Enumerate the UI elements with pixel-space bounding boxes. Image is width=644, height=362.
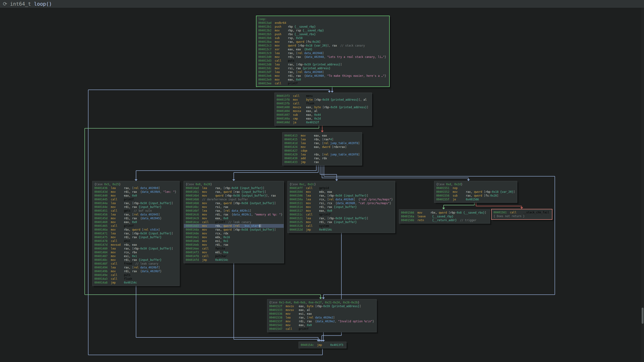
asm-row[interactable]: 0040148f call fread // leak canary (92, 262, 179, 266)
asm-row[interactable]: 00401528 call system (288, 224, 395, 228)
asm-row[interactable]: 00401484 mov rcx, rbx (92, 250, 179, 254)
asm-row[interactable]: 0040144e mov rdi, rax {input_buffer} (92, 205, 179, 209)
asm-row[interactable]: 004013f3 call menu (275, 94, 372, 98)
asm-row[interactable]: 004013b5 push rbx {__saved_rbx} (256, 32, 389, 36)
asm-row[interactable]: 00401533 movsx eax, al (267, 308, 376, 312)
asm-row[interactable]: 00401413 mov eax, eax (282, 134, 362, 138)
asm-row[interactable]: 00401521 lea rax, [rbp-0x50 {input_buffe… (288, 216, 395, 220)
basic-block-00401551[interactable]: {Case 0xd, 0x2d}00401551 nop00401552 mov… (434, 181, 517, 203)
asm-row[interactable]: 004014eb mov rdi, rax (184, 243, 284, 247)
asm-row[interactable]: 004014e1 mov edx, 0x16 (184, 235, 284, 239)
asm-row[interactable]: 004014bf lea rax, [rel data_4020c1] (184, 209, 284, 213)
asm-row[interactable]: 004013d8 lea rax, [rbp-0x59 {printed_add… (256, 63, 389, 66)
asm-row[interactable]: 00401440 mov eax, 0x0 (92, 194, 179, 197)
basic-block-004014ad[interactable]: {Case 0x0, 0x20}004014ad lea rax, [rbp-0… (184, 181, 284, 263)
asm-row[interactable]: 0040144a lea rax, [rbp-0x50 {input_buffe… (92, 201, 179, 205)
basic-block-004013f3[interactable]: 004013f3 call menu004013f8 mov byte [rbp… (274, 93, 372, 126)
asm-row[interactable]: 00401538 lea rax, [rel data_4020e2] (267, 316, 376, 320)
asm-row[interactable]: 0040145d mov rdi, rax {data_402045} (92, 216, 179, 220)
basic-block-00401436[interactable]: {Case 0x5, 0x25}00401436 lea rax, [rel d… (92, 181, 180, 286)
asm-row[interactable]: 004013e9 mov eax, 0x0 (256, 78, 389, 82)
vertical-scrollbar[interactable] (641, 8, 644, 362)
asm-row[interactable]: 004013ad endbr64 (256, 21, 389, 25)
asm-row[interactable]: 00401451 call gets // bof vuln (92, 209, 179, 213)
asm-row[interactable]: 004013b1 push rbp {__saved_rbp} (256, 25, 389, 29)
asm-row[interactable]: 0040156b retn {__return_addr} // trigger (399, 218, 490, 222)
asm-row[interactable]: 00401494 lea rax, [rel data_4020bf] (92, 266, 179, 269)
asm-row[interactable]: 00401556 sub rax, qword [fs:0x28] (434, 194, 517, 197)
graph-canvas[interactable]: loop:004013ad endbr64004013b1 push rbp {… (0, 0, 644, 362)
asm-row[interactable]: 004013df lea rax, [rel data_402080] (256, 70, 389, 74)
asm-row[interactable]: 004014a3 call flush (92, 277, 179, 281)
asm-row[interactable]: 00401445 call printf (92, 197, 179, 201)
asm-row[interactable]: 0040155f je 0x401566 (434, 197, 517, 201)
asm-row[interactable]: 00401480 lea rax, [rbp-0x50 {input_buffe… (92, 247, 179, 250)
asm-row[interactable]: 00401456 lea rax, [rel data_402045] (92, 213, 179, 216)
basic-block-00401561[interactable]: 00401561 call __stack_chk_fail{ Does not… (491, 209, 552, 220)
asm-row[interactable]: 00401429 lea rdx, [rel jump_table_4020f8… (282, 153, 362, 157)
asm-row[interactable]: 004013b2 mov rbp, rsp {__saved_rbp} (256, 29, 389, 32)
asm-row[interactable]: 004014b8 mov rax, qword [rbp-0x58 {outpu… (184, 201, 284, 205)
asm-row[interactable]: 00401478 call atoi (92, 239, 179, 243)
asm-row[interactable]: 004014bc mov rsi, rax (184, 205, 284, 209)
asm-row[interactable]: 0040156a leave {__saved_rbp} (399, 214, 490, 218)
asm-row[interactable]: {Case 0xc, 0x2c} (288, 182, 395, 186)
basic-block-00401566[interactable]: 00401566 mov rbx, qword [rbp-0x8 {__save… (399, 209, 490, 223)
asm-row[interactable]: 0040150a lea rcx, [rel data_4020d0] {"ca… (288, 197, 395, 201)
asm-row[interactable]: 004013b6 sub rsp, 0x58 (256, 36, 389, 40)
asm-row[interactable]: 0040149e call puts (92, 273, 179, 277)
asm-row[interactable]: 004013d3 call puts (256, 59, 389, 63)
asm-row[interactable]: 004013e6 mov rdi, rax {data_402080, "To … (256, 74, 389, 78)
asm-row[interactable]: 00401517 mov eax, 0x0 (288, 209, 395, 213)
asm-row[interactable]: 004013c9 lea rax, [rel data_402048] (256, 51, 389, 55)
asm-row[interactable]: 004014b8 // dereferrence input buffer (184, 197, 284, 201)
asm-row[interactable]: 004014de mov rcx, rdx (184, 232, 284, 235)
asm-row[interactable]: 0040143d mov rdi, rax {data_4020b9, "len… (92, 190, 179, 194)
asm-row[interactable]: 00401407 sub eax, 0x44 (275, 113, 372, 117)
asm-row[interactable]: 0040152f movzx eax, byte [rbp-0x59 {prin… (267, 304, 376, 308)
asm-row[interactable]: 00401471 lea rax, [rbp-0x50 {input_buffe… (92, 232, 179, 235)
asm-row[interactable]: 0040152d jmp 0x40154c (288, 228, 395, 232)
asm-row[interactable]: 004014ee call fwrite (184, 247, 284, 250)
asm-row[interactable]: 004013c7 xor eax, eax {0x0} (256, 47, 389, 51)
asm-row[interactable]: 00401536 mov esi, eax (267, 312, 376, 316)
basic-block-004014ff[interactable]: {Case 0xc, 0x2c}004014ff call getpid0040… (288, 181, 395, 233)
basic-block-00401413[interactable]: 00401413 mov eax, eax00401415 lea rdx, [… (282, 132, 362, 166)
asm-row[interactable]: 004014ff call getpid (288, 186, 395, 190)
asm-row[interactable]: 0040151c call sprintf (288, 213, 395, 216)
basic-block-0040152f[interactable]: {Case 0x1-0x4, 0x6-0xb, 0xe-0x1f, 0x21-0… (267, 299, 377, 332)
asm-row[interactable]: 00401566 mov rbx, qword [rbp-0x8 {__save… (399, 211, 490, 214)
asm-row-selected[interactable]: 004014d3 mov rdx, qword [rel __bss_start… (184, 224, 284, 228)
asm-row[interactable]: 00401415 lea rdx, [rax*4] (282, 138, 362, 141)
asm-row[interactable]: 00401547 call printf (267, 327, 376, 331)
asm-row[interactable]: 004014f8 call putchar (184, 254, 284, 258)
asm-row[interactable]: 00401506 lea rax, [rbp-0x50 {input_buffe… (288, 194, 395, 197)
asm-row[interactable]: 00401511 mov rsi, rcx {data_4020d0, "cat… (288, 201, 395, 205)
asm-row[interactable]: 004013dc mov rsi, rax {printed_address} (256, 66, 389, 70)
asm-row[interactable]: 004013c3 mov qword [rbp-0x18 {var_20}], … (256, 44, 389, 47)
asm-row[interactable]: 004014c9 mov eax, 0x0 (184, 216, 284, 220)
asm-row[interactable]: 00401561 call __stack_chk_fail (492, 210, 552, 214)
asm-row[interactable]: 00401430 add rax, rdx (282, 157, 362, 160)
asm-row[interactable]: 0040154c jmp 0x4013f3 (299, 343, 346, 347)
asm-row[interactable]: 0040149b mov rdi, rax {data_4020bf} (92, 269, 179, 273)
asm-row[interactable]: 00401487 mov esi, 0x1 (92, 254, 179, 258)
asm-row[interactable]: 00401400 movzx eax, byte [rbp-0x59 {prin… (275, 105, 372, 109)
asm-row[interactable]: 0040153f mov rdi, rax {data_4020e2, "Inv… (267, 320, 376, 323)
basic-block-0040154c[interactable]: 0040154c jmp 0x4013f3 (298, 342, 346, 348)
asm-row[interactable]: 004014f3 mov edi, 0xa (184, 250, 284, 254)
asm-row[interactable]: 00401404 movsx eax, al (275, 109, 372, 113)
basic-block-004013ad[interactable]: loop:004013ad endbr64004013b1 push rbp {… (256, 15, 390, 87)
asm-row[interactable]: 00401514 mov rdi, rax {input_buffer} (288, 205, 395, 209)
asm-row[interactable]: 0040147d movsxd rdx, eax (92, 243, 179, 247)
asm-row[interactable]: 004013d0 mov rdi, rax {data_402048, "Let… (256, 55, 389, 59)
asm-row[interactable]: 00401427 cdqe (282, 149, 362, 153)
asm-row[interactable]: { Does not return } (492, 214, 552, 218)
asm-row[interactable]: 00401424 mov eax, dword [rdx+rax] (282, 145, 362, 149)
asm-row[interactable]: 00401460 mov eax, 0x0 (92, 220, 179, 224)
asm-row[interactable]: loop: (256, 17, 389, 21)
asm-row[interactable]: 004013f8 mov byte [rbp-0x59 {printed_add… (275, 98, 372, 102)
asm-row[interactable]: 004014b4 mov qword [rbp-0x58 {output_buf… (184, 194, 284, 197)
asm-row[interactable]: 004013fb call flush (275, 102, 372, 105)
vertical-scrollbar-thumb[interactable] (642, 308, 644, 324)
